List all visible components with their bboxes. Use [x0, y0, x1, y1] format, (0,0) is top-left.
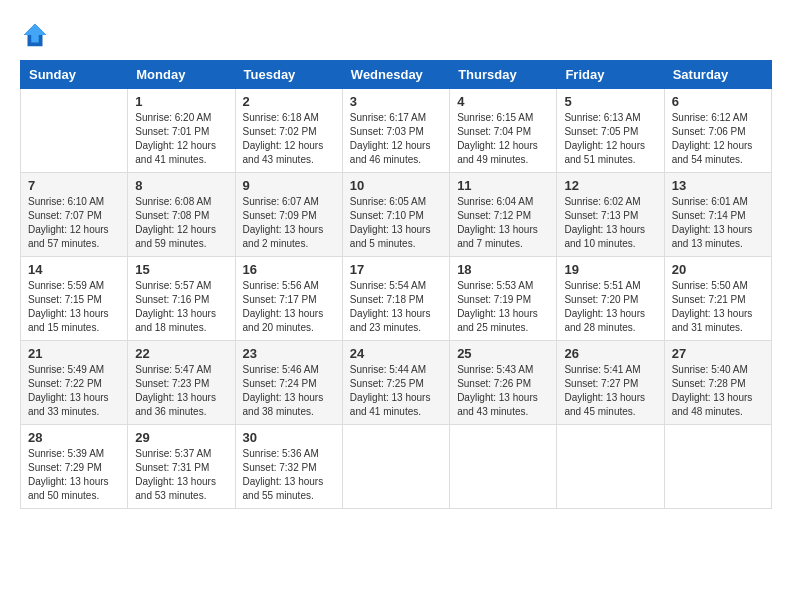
calendar-cell: 3Sunrise: 6:17 AM Sunset: 7:03 PM Daylig…: [342, 89, 449, 173]
day-number: 22: [135, 346, 227, 361]
day-info: Sunrise: 5:41 AM Sunset: 7:27 PM Dayligh…: [564, 363, 656, 419]
day-info: Sunrise: 5:54 AM Sunset: 7:18 PM Dayligh…: [350, 279, 442, 335]
calendar-cell: 1Sunrise: 6:20 AM Sunset: 7:01 PM Daylig…: [128, 89, 235, 173]
calendar-cell: [664, 425, 771, 509]
calendar-cell: 5Sunrise: 6:13 AM Sunset: 7:05 PM Daylig…: [557, 89, 664, 173]
calendar-cell: 18Sunrise: 5:53 AM Sunset: 7:19 PM Dayli…: [450, 257, 557, 341]
day-number: 12: [564, 178, 656, 193]
day-info: Sunrise: 5:37 AM Sunset: 7:31 PM Dayligh…: [135, 447, 227, 503]
calendar-cell: 16Sunrise: 5:56 AM Sunset: 7:17 PM Dayli…: [235, 257, 342, 341]
calendar-header-sunday: Sunday: [21, 61, 128, 89]
day-number: 26: [564, 346, 656, 361]
logo-icon: [20, 20, 50, 50]
calendar-header-wednesday: Wednesday: [342, 61, 449, 89]
svg-marker-1: [24, 24, 47, 43]
calendar-header-tuesday: Tuesday: [235, 61, 342, 89]
logo: [20, 20, 54, 50]
day-info: Sunrise: 5:47 AM Sunset: 7:23 PM Dayligh…: [135, 363, 227, 419]
calendar-cell: 22Sunrise: 5:47 AM Sunset: 7:23 PM Dayli…: [128, 341, 235, 425]
calendar-header-row: SundayMondayTuesdayWednesdayThursdayFrid…: [21, 61, 772, 89]
day-info: Sunrise: 5:57 AM Sunset: 7:16 PM Dayligh…: [135, 279, 227, 335]
day-info: Sunrise: 6:12 AM Sunset: 7:06 PM Dayligh…: [672, 111, 764, 167]
calendar-cell: 9Sunrise: 6:07 AM Sunset: 7:09 PM Daylig…: [235, 173, 342, 257]
calendar-header-saturday: Saturday: [664, 61, 771, 89]
day-info: Sunrise: 5:36 AM Sunset: 7:32 PM Dayligh…: [243, 447, 335, 503]
calendar-cell: 13Sunrise: 6:01 AM Sunset: 7:14 PM Dayli…: [664, 173, 771, 257]
day-number: 23: [243, 346, 335, 361]
day-number: 1: [135, 94, 227, 109]
day-info: Sunrise: 6:01 AM Sunset: 7:14 PM Dayligh…: [672, 195, 764, 251]
day-number: 25: [457, 346, 549, 361]
day-number: 2: [243, 94, 335, 109]
calendar-cell: [450, 425, 557, 509]
day-number: 21: [28, 346, 120, 361]
day-info: Sunrise: 6:13 AM Sunset: 7:05 PM Dayligh…: [564, 111, 656, 167]
day-info: Sunrise: 6:05 AM Sunset: 7:10 PM Dayligh…: [350, 195, 442, 251]
day-number: 14: [28, 262, 120, 277]
day-number: 6: [672, 94, 764, 109]
day-info: Sunrise: 5:49 AM Sunset: 7:22 PM Dayligh…: [28, 363, 120, 419]
day-info: Sunrise: 6:20 AM Sunset: 7:01 PM Dayligh…: [135, 111, 227, 167]
day-number: 17: [350, 262, 442, 277]
calendar-cell: 4Sunrise: 6:15 AM Sunset: 7:04 PM Daylig…: [450, 89, 557, 173]
calendar-week-row: 1Sunrise: 6:20 AM Sunset: 7:01 PM Daylig…: [21, 89, 772, 173]
day-info: Sunrise: 6:02 AM Sunset: 7:13 PM Dayligh…: [564, 195, 656, 251]
calendar-cell: 10Sunrise: 6:05 AM Sunset: 7:10 PM Dayli…: [342, 173, 449, 257]
calendar-cell: 21Sunrise: 5:49 AM Sunset: 7:22 PM Dayli…: [21, 341, 128, 425]
calendar-cell: 19Sunrise: 5:51 AM Sunset: 7:20 PM Dayli…: [557, 257, 664, 341]
calendar-week-row: 14Sunrise: 5:59 AM Sunset: 7:15 PM Dayli…: [21, 257, 772, 341]
day-number: 16: [243, 262, 335, 277]
calendar-cell: 30Sunrise: 5:36 AM Sunset: 7:32 PM Dayli…: [235, 425, 342, 509]
calendar-cell: 24Sunrise: 5:44 AM Sunset: 7:25 PM Dayli…: [342, 341, 449, 425]
calendar-header-thursday: Thursday: [450, 61, 557, 89]
calendar-cell: [342, 425, 449, 509]
day-number: 5: [564, 94, 656, 109]
calendar-week-row: 28Sunrise: 5:39 AM Sunset: 7:29 PM Dayli…: [21, 425, 772, 509]
calendar-cell: 15Sunrise: 5:57 AM Sunset: 7:16 PM Dayli…: [128, 257, 235, 341]
calendar-cell: 27Sunrise: 5:40 AM Sunset: 7:28 PM Dayli…: [664, 341, 771, 425]
day-info: Sunrise: 5:50 AM Sunset: 7:21 PM Dayligh…: [672, 279, 764, 335]
calendar-week-row: 7Sunrise: 6:10 AM Sunset: 7:07 PM Daylig…: [21, 173, 772, 257]
day-number: 8: [135, 178, 227, 193]
day-number: 20: [672, 262, 764, 277]
day-info: Sunrise: 6:07 AM Sunset: 7:09 PM Dayligh…: [243, 195, 335, 251]
day-info: Sunrise: 5:46 AM Sunset: 7:24 PM Dayligh…: [243, 363, 335, 419]
day-info: Sunrise: 6:15 AM Sunset: 7:04 PM Dayligh…: [457, 111, 549, 167]
day-number: 28: [28, 430, 120, 445]
calendar-cell: 17Sunrise: 5:54 AM Sunset: 7:18 PM Dayli…: [342, 257, 449, 341]
day-number: 7: [28, 178, 120, 193]
day-number: 19: [564, 262, 656, 277]
calendar-cell: [557, 425, 664, 509]
day-info: Sunrise: 5:40 AM Sunset: 7:28 PM Dayligh…: [672, 363, 764, 419]
calendar-cell: 23Sunrise: 5:46 AM Sunset: 7:24 PM Dayli…: [235, 341, 342, 425]
day-number: 18: [457, 262, 549, 277]
day-number: 27: [672, 346, 764, 361]
calendar-header-friday: Friday: [557, 61, 664, 89]
calendar-cell: 14Sunrise: 5:59 AM Sunset: 7:15 PM Dayli…: [21, 257, 128, 341]
calendar-cell: 11Sunrise: 6:04 AM Sunset: 7:12 PM Dayli…: [450, 173, 557, 257]
day-info: Sunrise: 6:18 AM Sunset: 7:02 PM Dayligh…: [243, 111, 335, 167]
day-info: Sunrise: 5:59 AM Sunset: 7:15 PM Dayligh…: [28, 279, 120, 335]
day-info: Sunrise: 6:04 AM Sunset: 7:12 PM Dayligh…: [457, 195, 549, 251]
day-number: 30: [243, 430, 335, 445]
day-number: 13: [672, 178, 764, 193]
calendar-cell: 12Sunrise: 6:02 AM Sunset: 7:13 PM Dayli…: [557, 173, 664, 257]
calendar-cell: 8Sunrise: 6:08 AM Sunset: 7:08 PM Daylig…: [128, 173, 235, 257]
calendar-cell: 6Sunrise: 6:12 AM Sunset: 7:06 PM Daylig…: [664, 89, 771, 173]
day-info: Sunrise: 5:53 AM Sunset: 7:19 PM Dayligh…: [457, 279, 549, 335]
calendar-week-row: 21Sunrise: 5:49 AM Sunset: 7:22 PM Dayli…: [21, 341, 772, 425]
calendar-cell: 29Sunrise: 5:37 AM Sunset: 7:31 PM Dayli…: [128, 425, 235, 509]
day-number: 24: [350, 346, 442, 361]
calendar-header-monday: Monday: [128, 61, 235, 89]
page-header: [20, 20, 772, 50]
day-number: 4: [457, 94, 549, 109]
day-number: 29: [135, 430, 227, 445]
day-info: Sunrise: 6:08 AM Sunset: 7:08 PM Dayligh…: [135, 195, 227, 251]
calendar-cell: 2Sunrise: 6:18 AM Sunset: 7:02 PM Daylig…: [235, 89, 342, 173]
day-info: Sunrise: 5:44 AM Sunset: 7:25 PM Dayligh…: [350, 363, 442, 419]
day-number: 10: [350, 178, 442, 193]
day-info: Sunrise: 5:39 AM Sunset: 7:29 PM Dayligh…: [28, 447, 120, 503]
calendar-cell: 28Sunrise: 5:39 AM Sunset: 7:29 PM Dayli…: [21, 425, 128, 509]
calendar-cell: 20Sunrise: 5:50 AM Sunset: 7:21 PM Dayli…: [664, 257, 771, 341]
calendar-table: SundayMondayTuesdayWednesdayThursdayFrid…: [20, 60, 772, 509]
